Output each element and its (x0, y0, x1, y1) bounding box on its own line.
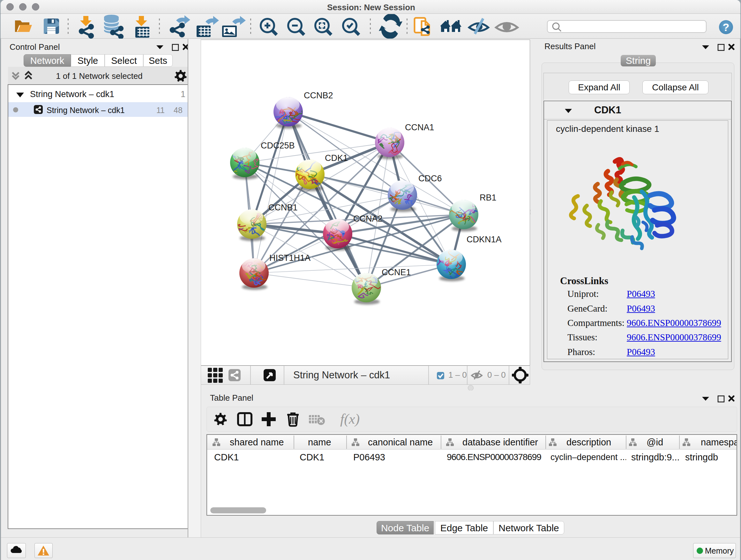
svg-text:CCNB2: CCNB2 (304, 91, 333, 100)
svg-text:shared name: shared name (230, 437, 284, 447)
svg-text:@id: @id (647, 437, 663, 447)
svg-text:CCNA1: CCNA1 (405, 123, 434, 132)
svg-text:name: name (308, 437, 331, 447)
svg-text:f(x): f(x) (340, 411, 360, 427)
svg-text:CDC25B: CDC25B (261, 141, 295, 150)
svg-text:RB1: RB1 (480, 193, 496, 202)
svg-text:CDK1: CDK1 (325, 153, 348, 163)
svg-text:String Network – cdk1: String Network – cdk1 (293, 369, 390, 381)
svg-text:namespace: namespace (701, 437, 737, 447)
svg-text:1 – 0: 1 – 0 (448, 370, 467, 380)
svg-text:database identifier: database identifier (462, 437, 538, 447)
svg-text:CCNA2: CCNA2 (353, 214, 383, 224)
svg-text:0 – 0: 0 – 0 (487, 370, 506, 380)
svg-text:HIST1H1A: HIST1H1A (269, 253, 311, 263)
svg-text:canonical name: canonical name (368, 437, 433, 447)
svg-text:CDKN1A: CDKN1A (467, 235, 502, 244)
svg-text:description: description (566, 437, 611, 447)
svg-text:CCNB1: CCNB1 (268, 203, 298, 212)
svg-text:CDC6: CDC6 (418, 174, 442, 183)
svg-text:CCNE1: CCNE1 (382, 267, 411, 277)
